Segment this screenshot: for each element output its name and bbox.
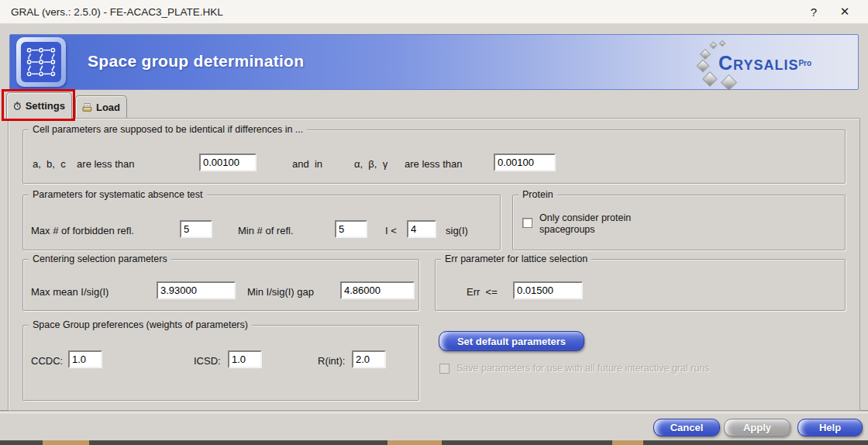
group-protein: Protein Only consider protein spacegroup… — [512, 195, 846, 250]
group-absence-test-title: Parameters for systematic absence test — [29, 189, 207, 201]
min-isig-gap-input[interactable] — [340, 281, 415, 299]
max-forbidden-input[interactable] — [180, 220, 212, 238]
and-in-label: and in — [292, 158, 322, 170]
desktop-edge-strip — [0, 440, 868, 445]
group-err-parameter: Err parameter for lattice selection Err … — [435, 259, 846, 311]
max-mean-isig-input[interactable] — [157, 281, 236, 299]
tab-settings[interactable]: Settings — [6, 92, 72, 119]
load-card-file-icon — [82, 101, 92, 114]
page-title: Space group determination — [88, 52, 304, 71]
protein-spacegroups-label: Only consider protein spacegroups — [539, 212, 663, 236]
group-absence-test: Parameters for systematic absence test M… — [22, 195, 501, 250]
group-centering: Centering selection parameters Max mean … — [22, 259, 419, 311]
min-refl-label: Min # of refl. — [238, 225, 294, 236]
save-parameters-checkbox — [439, 364, 450, 374]
close-button[interactable]: ✕ — [829, 0, 860, 23]
abc-tolerance-input[interactable] — [199, 154, 257, 171]
group-sg-preferences: Space Group preferences (weights of para… — [22, 325, 419, 401]
title-bar: GRAL (vers.: 2.5.0) - FE-ACAC3_PLATE.HKL… — [0, 0, 868, 24]
tab-load[interactable]: Load — [75, 95, 127, 118]
min-isig-gap-label: Min I/sig(I) gap — [247, 286, 314, 298]
cancel-button[interactable]: Cancel — [653, 419, 720, 436]
save-parameters-label: Save parameters for use with all future … — [456, 363, 710, 374]
help-button-bottom[interactable]: Help — [797, 419, 863, 436]
rint-input[interactable] — [352, 350, 386, 368]
ccdc-input[interactable] — [68, 350, 102, 368]
icsd-input[interactable] — [228, 350, 262, 368]
logo-facet-icon — [721, 74, 737, 91]
logo-facet-icon — [700, 49, 711, 60]
group-centering-title: Centering selection parameters — [29, 254, 171, 265]
help-button[interactable]: ? — [798, 0, 829, 23]
icsd-label: ICSD: — [194, 355, 221, 367]
err-input[interactable] — [513, 281, 583, 299]
greek-angles-label: α, β, γ — [354, 158, 388, 170]
err-label: Err <= — [467, 286, 498, 298]
tab-load-label: Load — [96, 102, 120, 113]
space-group-lattice-icon — [16, 37, 66, 87]
min-refl-input[interactable] — [335, 220, 367, 238]
sig-label: sig(I) — [446, 225, 468, 236]
logo-facet-icon — [719, 40, 725, 47]
window-title: GRAL (vers.: 2.5.0) - FE-ACAC3_PLATE.HKL — [11, 6, 223, 18]
group-sg-preferences-title: Space Group preferences (weights of para… — [29, 319, 252, 331]
i-sigma-input[interactable] — [407, 220, 436, 238]
group-cell-parameters-title: Cell parameters are supposed to be ident… — [29, 124, 307, 136]
max-mean-isig-label: Max mean I/sig(I) — [31, 286, 108, 298]
rint-label: R(int): — [318, 355, 345, 367]
tab-settings-label: Settings — [26, 100, 65, 112]
settings-watch-icon — [13, 98, 22, 113]
group-cell-parameters: Cell parameters are supposed to be ident… — [22, 129, 846, 184]
logo-facet-icon — [710, 42, 718, 50]
header-banner: Space group determination CRYSALISPro — [9, 34, 859, 90]
set-default-parameters-button[interactable]: Set default parameters — [439, 331, 584, 351]
logo-facet-icon — [702, 71, 718, 87]
crysalispro-logo: CRYSALISPro — [697, 44, 836, 85]
i-less-label: I < — [385, 225, 397, 236]
angles-tolerance-input[interactable] — [494, 154, 556, 171]
logo-text: CRYSALISPro — [718, 52, 811, 74]
max-forbidden-label: Max # of forbidden refl. — [31, 225, 134, 236]
settings-tab-panel: Cell parameters are supposed to be ident… — [8, 118, 860, 411]
ccdc-label: CCDC: — [31, 355, 63, 367]
group-err-parameter-title: Err parameter for lattice selection — [441, 254, 591, 265]
protein-spacegroups-checkbox[interactable] — [522, 218, 532, 228]
group-protein-title: Protein — [518, 189, 557, 201]
angles-less-than-label: are less than — [405, 158, 462, 170]
apply-button[interactable]: Apply — [724, 419, 790, 436]
logo-facet-icon — [697, 60, 710, 73]
abc-less-than-label: a, b, c are less than — [33, 158, 135, 170]
